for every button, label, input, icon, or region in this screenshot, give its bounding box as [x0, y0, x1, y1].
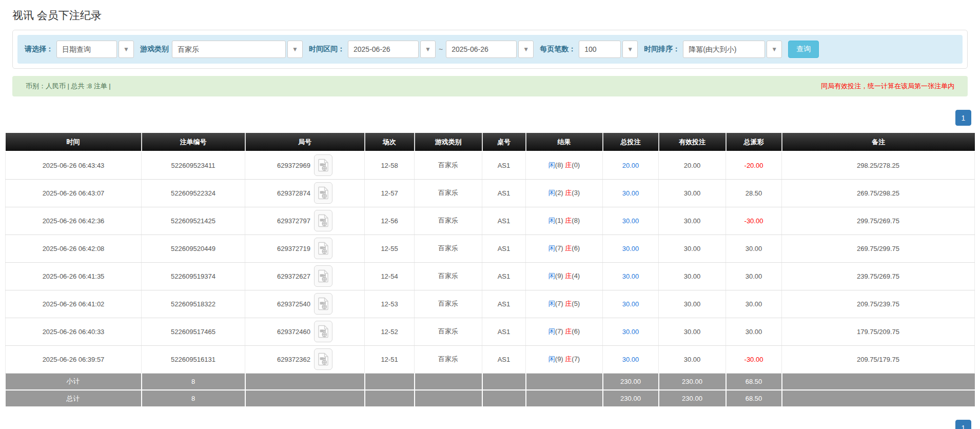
column-header-4: 游戏类别 — [415, 133, 482, 151]
subtotal-empty-cell — [526, 373, 603, 390]
result-cell: 闲(7) 庄(6) — [526, 235, 603, 262]
banker-points: (8) — [572, 217, 580, 224]
chevron-down-icon[interactable]: ▼ — [420, 41, 436, 58]
total-bet-cell: 20.00 — [603, 151, 659, 179]
game-type-value[interactable]: 百家乐 — [172, 41, 286, 58]
table-number-cell: AS1 — [482, 290, 526, 318]
round-wrap: 629372627 — [277, 265, 332, 287]
player-points: (7) — [555, 244, 563, 252]
player-label: 闲 — [548, 189, 555, 197]
banker-points: (7) — [572, 355, 580, 363]
column-header-2: 局号 — [245, 133, 365, 151]
banker-label: 庄 — [565, 244, 572, 252]
player-points: (2) — [555, 189, 563, 197]
chevron-down-icon[interactable]: ▼ — [287, 41, 303, 58]
total-bet-cell: 30.00 — [603, 345, 659, 373]
game-type-cell: 百家乐 — [415, 290, 482, 318]
video-file-icon — [318, 214, 329, 227]
banker-label: 庄 — [565, 300, 572, 307]
total-bet-link[interactable]: 30.00 — [622, 328, 639, 336]
pagination-page-1-bottom[interactable]: 1 — [955, 420, 971, 429]
bet-id-cell: 522609523411 — [142, 151, 245, 179]
date-to-value[interactable]: 2025-06-26 — [446, 41, 517, 58]
total-bet-link[interactable]: 30.00 — [622, 272, 639, 280]
date-from-value[interactable]: 2025-06-26 — [348, 41, 419, 58]
page-size-value[interactable]: 100 — [579, 41, 621, 58]
player-label: 闲 — [548, 244, 555, 252]
column-header-1: 注单编号 — [142, 133, 245, 151]
summary-bar: 币别：人民币 | 总共 :8 注单 | 同局有效投注，统一计算在该局第一张注单内 — [12, 76, 968, 96]
video-replay-button[interactable] — [314, 265, 332, 287]
filter-panel: 请选择： 日期查询 ▼ 游戏类别 百家乐 ▼ 时间区间： 2025-06-26 … — [12, 30, 968, 69]
time-cell: 2025-06-26 06:41:02 — [6, 290, 142, 318]
video-file-icon — [318, 269, 329, 283]
video-replay-button[interactable] — [314, 182, 332, 204]
round-wrap: 629372362 — [277, 348, 332, 370]
player-label: 闲 — [548, 327, 555, 335]
payout-cell: 28.50 — [726, 179, 782, 207]
chevron-down-icon[interactable]: ▼ — [767, 41, 782, 58]
time-sort-value[interactable]: 降冪(由大到小) — [683, 41, 765, 58]
bet-records-table: 时间注单编号局号场次游戏类别桌号结果总投注有效投注总派彩备注2025-06-26… — [5, 133, 975, 407]
pagination-top: 1 — [9, 110, 971, 126]
session-cell: 12-57 — [365, 179, 415, 207]
total-bet-cell: 30.00 — [603, 262, 659, 290]
total-bet-link[interactable]: 20.00 — [622, 162, 639, 169]
total-bet-link[interactable]: 30.00 — [622, 189, 639, 197]
pagination-page-1[interactable]: 1 — [955, 110, 971, 126]
date-from-select[interactable]: 2025-06-26 ▼ — [348, 41, 436, 58]
total-bet-link[interactable]: 30.00 — [622, 245, 639, 252]
video-replay-button[interactable] — [314, 293, 332, 315]
round-wrap: 629372540 — [277, 293, 332, 315]
round-wrap: 629372460 — [277, 321, 332, 342]
valid-bet-cell: 30.00 — [659, 179, 726, 207]
game-type-cell: 百家乐 — [415, 207, 482, 235]
result-cell: 闲(9) 庄(4) — [526, 262, 603, 290]
note-cell: 269.75/298.25 — [782, 179, 975, 207]
chevron-down-icon[interactable]: ▼ — [119, 41, 134, 58]
game-type-select[interactable]: 百家乐 ▼ — [172, 41, 303, 58]
query-mode-select[interactable]: 日期查询 ▼ — [56, 41, 134, 58]
bet-id-cell: 522609517465 — [142, 318, 245, 345]
time-sort-select[interactable]: 降冪(由大到小) ▼ — [683, 41, 782, 58]
column-header-0: 时间 — [6, 133, 142, 151]
search-button[interactable]: 查询 — [788, 41, 819, 58]
round-wrap: 629372969 — [277, 154, 332, 176]
payout-cell: 30.00 — [726, 262, 782, 290]
total-bet-link[interactable]: 30.00 — [622, 300, 639, 308]
total-bet-link[interactable]: 30.00 — [622, 356, 639, 363]
player-points: (9) — [555, 355, 563, 363]
total-empty-cell — [245, 390, 365, 407]
total-empty-cell — [415, 390, 482, 407]
total-empty-cell — [526, 390, 603, 407]
page-size-select[interactable]: 100 ▼ — [579, 41, 638, 58]
subtotal-empty-cell — [482, 373, 526, 390]
column-header-10: 备注 — [782, 133, 975, 151]
session-cell: 12-51 — [365, 345, 415, 373]
query-mode-value[interactable]: 日期查询 — [56, 41, 117, 58]
table-row: 2025-06-26 06:43:43522609523411629372969… — [6, 151, 975, 179]
bet-id-cell: 522609521425 — [142, 207, 245, 235]
video-replay-button[interactable] — [314, 238, 332, 259]
chevron-down-icon[interactable]: ▼ — [518, 41, 534, 58]
chevron-down-icon[interactable]: ▼ — [622, 41, 638, 58]
time-cell: 2025-06-26 06:41:35 — [6, 262, 142, 290]
payout-cell: 30.00 — [726, 290, 782, 318]
total-bet-link[interactable]: 30.00 — [622, 217, 639, 225]
video-file-icon — [318, 242, 329, 255]
banker-label: 庄 — [565, 161, 572, 169]
round-cell: 629372969 — [245, 151, 365, 179]
subtotal-empty-cell — [365, 373, 415, 390]
date-to-select[interactable]: 2025-06-26 ▼ — [446, 41, 534, 58]
video-file-icon — [318, 297, 329, 310]
player-label: 闲 — [548, 217, 555, 224]
subtotal-empty-cell — [245, 373, 365, 390]
note-cell: 239.75/269.75 — [782, 262, 975, 290]
video-replay-button[interactable] — [314, 348, 332, 370]
video-replay-button[interactable] — [314, 321, 332, 342]
video-replay-button[interactable] — [314, 154, 332, 176]
banker-label: 庄 — [565, 189, 572, 197]
video-replay-button[interactable] — [314, 210, 332, 231]
game-type-cell: 百家乐 — [415, 235, 482, 262]
payout-cell: -30.00 — [726, 345, 782, 373]
